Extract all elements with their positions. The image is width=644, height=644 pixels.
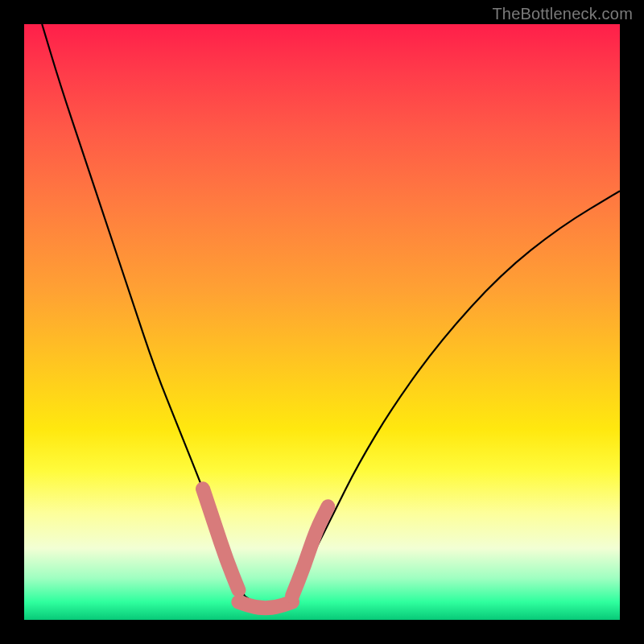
highlight-floor: [238, 602, 292, 608]
chart-frame: TheBottleneck.com: [0, 0, 644, 644]
plot-area: [24, 24, 620, 620]
curves-svg: [24, 24, 620, 620]
right-curve: [292, 191, 620, 596]
highlight-right: [292, 506, 328, 596]
watermark-text: TheBottleneck.com: [492, 5, 633, 23]
highlight-left: [203, 489, 238, 590]
